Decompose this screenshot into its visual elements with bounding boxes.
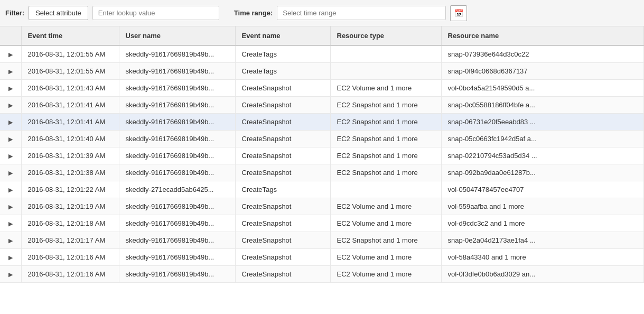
resource-name-cell: vol-0f3dfe0b0b6ad3029 an...	[441, 266, 644, 283]
time-range-input[interactable]	[277, 6, 446, 20]
table-row[interactable]: ▶2016-08-31, 12:01:19 AMskeddly-91617669…	[0, 198, 644, 215]
event-time-cell: 2016-08-31, 12:01:43 AM	[21, 80, 119, 97]
event-time-cell: 2016-08-31, 12:01:16 AM	[21, 249, 119, 266]
user-name-cell: skeddly-91617669819b49b...	[119, 80, 235, 97]
event-time-cell: 2016-08-31, 12:01:16 AM	[21, 266, 119, 283]
table-row[interactable]: ▶2016-08-31, 12:01:40 AMskeddly-91617669…	[0, 131, 644, 147]
event-time-cell: 2016-08-31, 12:01:22 AM	[21, 181, 119, 198]
resource-type-cell	[330, 181, 441, 198]
event-name-cell: CreateSnapshot	[235, 131, 330, 147]
event-time-cell: 2016-08-31, 12:01:39 AM	[21, 147, 119, 164]
expand-cell[interactable]: ▶	[0, 181, 21, 198]
table-row[interactable]: ▶2016-08-31, 12:01:55 AMskeddly-91617669…	[0, 63, 644, 80]
event-time-cell: 2016-08-31, 12:01:38 AM	[21, 164, 119, 181]
resource-name-cell: snap-06731e20f5eeabd83 ...	[441, 114, 644, 131]
event-time-cell: 2016-08-31, 12:01:19 AM	[21, 198, 119, 215]
expand-cell[interactable]: ▶	[0, 215, 21, 232]
event-time-column-header: Event time	[21, 26, 119, 45]
user-name-cell: skeddly-91617669819b49b...	[119, 198, 235, 215]
user-name-column-header: User name	[119, 26, 235, 45]
user-name-cell: skeddly-91617669819b49b...	[119, 131, 235, 147]
resource-name-column-header: Resource name	[441, 26, 644, 45]
expand-cell[interactable]: ▶	[0, 63, 21, 80]
table-row[interactable]: ▶2016-08-31, 12:01:41 AMskeddly-91617669…	[0, 114, 644, 131]
expand-arrow-icon[interactable]: ▶	[8, 102, 13, 109]
event-name-cell: CreateSnapshot	[235, 164, 330, 181]
expand-arrow-icon[interactable]: ▶	[8, 271, 13, 278]
lookup-value-input[interactable]	[92, 6, 219, 20]
table-row[interactable]: ▶2016-08-31, 12:01:39 AMskeddly-91617669…	[0, 147, 644, 164]
events-table-container: Event time User name Event name Resource…	[0, 26, 644, 314]
table-header-row: Event time User name Event name Resource…	[0, 26, 644, 45]
table-row[interactable]: ▶2016-08-31, 12:01:17 AMskeddly-91617669…	[0, 232, 644, 249]
resource-type-cell	[330, 63, 441, 80]
expand-cell[interactable]: ▶	[0, 97, 21, 114]
expand-cell[interactable]: ▶	[0, 114, 21, 131]
expand-arrow-icon[interactable]: ▶	[8, 153, 13, 160]
event-name-cell: CreateSnapshot	[235, 97, 330, 114]
resource-type-cell: EC2 Volume and 1 more	[330, 249, 441, 266]
table-row[interactable]: ▶2016-08-31, 12:01:41 AMskeddly-91617669…	[0, 97, 644, 114]
resource-name-cell: vol-05047478457ee4707	[441, 181, 644, 198]
table-row[interactable]: ▶2016-08-31, 12:01:43 AMskeddly-91617669…	[0, 80, 644, 97]
expand-cell[interactable]: ▶	[0, 45, 21, 63]
resource-name-cell: snap-02210794c53ad5d34 ...	[441, 147, 644, 164]
expand-cell[interactable]: ▶	[0, 249, 21, 266]
resource-type-cell	[330, 45, 441, 63]
resource-type-cell: EC2 Volume and 1 more	[330, 80, 441, 97]
resource-type-cell: EC2 Volume and 1 more	[330, 215, 441, 232]
expand-cell[interactable]: ▶	[0, 131, 21, 147]
event-time-cell: 2016-08-31, 12:01:41 AM	[21, 114, 119, 131]
resource-type-cell: EC2 Snapshot and 1 more	[330, 147, 441, 164]
table-row[interactable]: ▶2016-08-31, 12:01:22 AMskeddly-271ecadd…	[0, 181, 644, 198]
event-time-cell: 2016-08-31, 12:01:55 AM	[21, 45, 119, 63]
expand-cell[interactable]: ▶	[0, 266, 21, 283]
event-name-cell: CreateSnapshot	[235, 114, 330, 131]
expand-cell[interactable]: ▶	[0, 80, 21, 97]
resource-type-column-header: Resource type	[330, 26, 441, 45]
expand-arrow-icon[interactable]: ▶	[8, 237, 13, 244]
expand-arrow-icon[interactable]: ▶	[8, 170, 13, 177]
expand-arrow-icon[interactable]: ▶	[8, 85, 13, 92]
event-time-cell: 2016-08-31, 12:01:17 AM	[21, 232, 119, 249]
user-name-cell: skeddly-91617669819b49b...	[119, 249, 235, 266]
expand-arrow-icon[interactable]: ▶	[8, 51, 13, 58]
table-row[interactable]: ▶2016-08-31, 12:01:16 AMskeddly-91617669…	[0, 266, 644, 283]
select-attribute-button[interactable]: Select attribute	[29, 6, 88, 20]
table-row[interactable]: ▶2016-08-31, 12:01:18 AMskeddly-91617669…	[0, 215, 644, 232]
event-name-cell: CreateTags	[235, 63, 330, 80]
event-name-cell: CreateSnapshot	[235, 80, 330, 97]
event-name-cell: CreateSnapshot	[235, 232, 330, 249]
user-name-cell: skeddly-91617669819b49b...	[119, 114, 235, 131]
expand-arrow-icon[interactable]: ▶	[8, 254, 13, 261]
expand-arrow-icon[interactable]: ▶	[8, 187, 13, 193]
expand-arrow-icon[interactable]: ▶	[8, 220, 13, 227]
user-name-cell: skeddly-91617669819b49b...	[119, 63, 235, 80]
user-name-cell: skeddly-91617669819b49b...	[119, 45, 235, 63]
event-name-cell: CreateTags	[235, 45, 330, 63]
expand-arrow-icon[interactable]: ▶	[8, 119, 13, 126]
expand-arrow-icon[interactable]: ▶	[8, 204, 13, 210]
event-name-cell: CreateSnapshot	[235, 249, 330, 266]
expand-cell[interactable]: ▶	[0, 232, 21, 249]
table-row[interactable]: ▶2016-08-31, 12:01:38 AMskeddly-91617669…	[0, 164, 644, 181]
user-name-cell: skeddly-91617669819b49b...	[119, 164, 235, 181]
expand-cell[interactable]: ▶	[0, 164, 21, 181]
resource-name-cell: vol-d9cdc3c2 and 1 more	[441, 215, 644, 232]
resource-name-cell: snap-073936e644d3c0c22	[441, 45, 644, 63]
toolbar: Filter: Select attribute Time range: 📅	[0, 0, 644, 26]
user-name-cell: skeddly-271ecadd5ab6425...	[119, 181, 235, 198]
expand-cell[interactable]: ▶	[0, 198, 21, 215]
table-row[interactable]: ▶2016-08-31, 12:01:55 AMskeddly-91617669…	[0, 45, 644, 63]
expand-cell[interactable]: ▶	[0, 147, 21, 164]
calendar-button[interactable]: 📅	[450, 5, 467, 21]
resource-type-cell: EC2 Snapshot and 1 more	[330, 232, 441, 249]
resource-name-cell: snap-0f94c0668d6367137	[441, 63, 644, 80]
resource-type-cell: EC2 Snapshot and 1 more	[330, 114, 441, 131]
expand-arrow-icon[interactable]: ▶	[8, 68, 13, 75]
event-time-cell: 2016-08-31, 12:01:18 AM	[21, 215, 119, 232]
table-row[interactable]: ▶2016-08-31, 12:01:16 AMskeddly-91617669…	[0, 249, 644, 266]
event-time-cell: 2016-08-31, 12:01:40 AM	[21, 131, 119, 147]
expand-arrow-icon[interactable]: ▶	[8, 136, 13, 143]
user-name-cell: skeddly-91617669819b49b...	[119, 266, 235, 283]
